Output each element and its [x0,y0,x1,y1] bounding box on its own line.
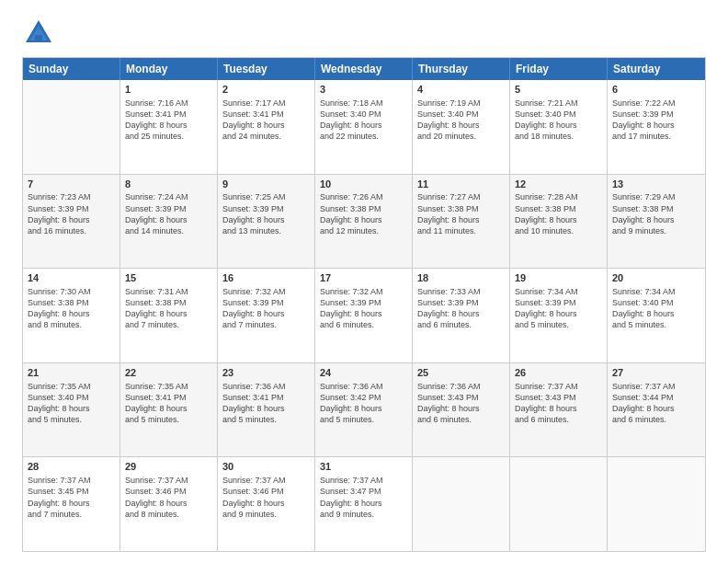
day-info: Sunrise: 7:34 AM Sunset: 3:40 PM Dayligh… [612,286,700,331]
day-number: 18 [417,271,505,285]
day-info: Sunrise: 7:37 AM Sunset: 3:44 PM Dayligh… [612,381,700,426]
day-info: Sunrise: 7:26 AM Sunset: 3:38 PM Dayligh… [320,191,407,236]
day-number: 16 [222,271,310,285]
cal-cell: 1Sunrise: 7:16 AM Sunset: 3:41 PM Daylig… [120,80,218,174]
day-number: 10 [320,178,407,191]
day-info: Sunrise: 7:29 AM Sunset: 3:38 PM Dayligh… [612,191,700,236]
day-number: 29 [125,460,212,474]
day-info: Sunrise: 7:27 AM Sunset: 3:38 PM Dayligh… [417,191,505,236]
day-number: 12 [515,178,602,191]
day-info: Sunrise: 7:24 AM Sunset: 3:39 PM Dayligh… [125,191,212,236]
day-info: Sunrise: 7:37 AM Sunset: 3:46 PM Dayligh… [125,475,212,520]
day-number: 24 [320,366,407,380]
cal-cell-empty [413,457,510,551]
cal-cell: 4Sunrise: 7:19 AM Sunset: 3:40 PM Daylig… [413,80,510,174]
day-info: Sunrise: 7:32 AM Sunset: 3:39 PM Dayligh… [320,286,407,331]
day-number: 23 [222,366,310,380]
cal-row: 28Sunrise: 7:37 AM Sunset: 3:45 PM Dayli… [23,457,705,551]
day-info: Sunrise: 7:23 AM Sunset: 3:39 PM Dayligh… [28,191,115,236]
day-info: Sunrise: 7:35 AM Sunset: 3:41 PM Dayligh… [125,381,212,426]
cal-cell: 30Sunrise: 7:37 AM Sunset: 3:46 PM Dayli… [218,457,315,551]
cal-cell: 27Sunrise: 7:37 AM Sunset: 3:44 PM Dayli… [608,363,705,457]
day-number: 31 [320,460,407,474]
cal-row: 1Sunrise: 7:16 AM Sunset: 3:41 PM Daylig… [23,80,705,175]
day-info: Sunrise: 7:37 AM Sunset: 3:46 PM Dayligh… [222,475,310,520]
day-number: 4 [417,83,505,97]
day-number: 19 [515,271,602,285]
header [22,17,706,50]
day-info: Sunrise: 7:31 AM Sunset: 3:38 PM Dayligh… [125,286,212,331]
cal-cell: 16Sunrise: 7:32 AM Sunset: 3:39 PM Dayli… [218,269,315,362]
cal-cell: 15Sunrise: 7:31 AM Sunset: 3:38 PM Dayli… [120,269,218,362]
day-number: 15 [125,271,212,285]
cal-cell: 12Sunrise: 7:28 AM Sunset: 3:38 PM Dayli… [510,175,608,269]
day-number: 30 [222,460,310,474]
cal-cell: 6Sunrise: 7:22 AM Sunset: 3:39 PM Daylig… [608,80,705,174]
cal-cell: 26Sunrise: 7:37 AM Sunset: 3:43 PM Dayli… [510,363,608,457]
day-number: 21 [28,366,115,380]
calendar: SundayMondayTuesdayWednesdayThursdayFrid… [22,57,706,552]
calendar-body: 1Sunrise: 7:16 AM Sunset: 3:41 PM Daylig… [23,80,705,551]
cal-cell: 5Sunrise: 7:21 AM Sunset: 3:40 PM Daylig… [510,80,608,174]
cal-cell: 24Sunrise: 7:36 AM Sunset: 3:42 PM Dayli… [315,363,413,457]
day-info: Sunrise: 7:36 AM Sunset: 3:42 PM Dayligh… [320,381,407,426]
cal-cell: 21Sunrise: 7:35 AM Sunset: 3:40 PM Dayli… [23,363,120,457]
day-number: 2 [222,83,310,97]
day-info: Sunrise: 7:18 AM Sunset: 3:40 PM Dayligh… [320,98,407,143]
cal-cell: 19Sunrise: 7:34 AM Sunset: 3:39 PM Dayli… [510,269,608,362]
day-info: Sunrise: 7:34 AM Sunset: 3:39 PM Dayligh… [515,286,602,331]
cal-cell: 23Sunrise: 7:36 AM Sunset: 3:41 PM Dayli… [218,363,315,457]
cal-cell: 13Sunrise: 7:29 AM Sunset: 3:38 PM Dayli… [608,175,705,269]
cal-cell: 17Sunrise: 7:32 AM Sunset: 3:39 PM Dayli… [315,269,413,362]
day-info: Sunrise: 7:37 AM Sunset: 3:43 PM Dayligh… [515,381,602,426]
day-number: 1 [125,83,212,97]
day-info: Sunrise: 7:32 AM Sunset: 3:39 PM Dayligh… [222,286,310,331]
svg-rect-2 [35,35,42,42]
day-info: Sunrise: 7:21 AM Sunset: 3:40 PM Dayligh… [515,98,602,143]
day-info: Sunrise: 7:16 AM Sunset: 3:41 PM Dayligh… [125,98,212,143]
cal-row: 21Sunrise: 7:35 AM Sunset: 3:40 PM Dayli… [23,363,705,458]
cal-cell: 10Sunrise: 7:26 AM Sunset: 3:38 PM Dayli… [315,175,413,269]
logo-icon [22,17,55,50]
cal-header-day: Friday [510,58,608,80]
cal-cell: 22Sunrise: 7:35 AM Sunset: 3:41 PM Dayli… [120,363,218,457]
cal-cell: 20Sunrise: 7:34 AM Sunset: 3:40 PM Dayli… [608,269,705,362]
cal-header-day: Tuesday [218,58,315,80]
day-info: Sunrise: 7:35 AM Sunset: 3:40 PM Dayligh… [28,381,115,426]
day-number: 7 [28,178,115,191]
day-number: 5 [515,83,602,97]
page: SundayMondayTuesdayWednesdayThursdayFrid… [0,0,728,563]
calendar-header: SundayMondayTuesdayWednesdayThursdayFrid… [23,58,705,80]
day-number: 8 [125,178,212,191]
logo [22,17,59,50]
cal-cell: 3Sunrise: 7:18 AM Sunset: 3:40 PM Daylig… [315,80,413,174]
cal-row: 7Sunrise: 7:23 AM Sunset: 3:39 PM Daylig… [23,175,705,270]
day-number: 11 [417,178,505,191]
day-number: 28 [28,460,115,474]
day-number: 6 [612,83,700,97]
day-number: 17 [320,271,407,285]
cal-header-day: Sunday [23,58,120,80]
cal-cell-empty [510,457,608,551]
day-info: Sunrise: 7:25 AM Sunset: 3:39 PM Dayligh… [222,191,310,236]
cal-cell: 31Sunrise: 7:37 AM Sunset: 3:47 PM Dayli… [315,457,413,551]
day-number: 13 [612,178,700,191]
day-number: 22 [125,366,212,380]
cal-cell: 7Sunrise: 7:23 AM Sunset: 3:39 PM Daylig… [23,175,120,269]
day-number: 25 [417,366,505,380]
cal-cell: 9Sunrise: 7:25 AM Sunset: 3:39 PM Daylig… [218,175,315,269]
day-info: Sunrise: 7:37 AM Sunset: 3:47 PM Dayligh… [320,475,407,520]
day-info: Sunrise: 7:36 AM Sunset: 3:41 PM Dayligh… [222,381,310,426]
cal-cell: 8Sunrise: 7:24 AM Sunset: 3:39 PM Daylig… [120,175,218,269]
day-info: Sunrise: 7:17 AM Sunset: 3:41 PM Dayligh… [222,98,310,143]
day-number: 27 [612,366,700,380]
day-info: Sunrise: 7:30 AM Sunset: 3:38 PM Dayligh… [28,286,115,331]
day-number: 20 [612,271,700,285]
day-info: Sunrise: 7:37 AM Sunset: 3:45 PM Dayligh… [28,475,115,520]
cal-header-day: Saturday [608,58,705,80]
cal-cell: 11Sunrise: 7:27 AM Sunset: 3:38 PM Dayli… [413,175,510,269]
cal-cell-empty [23,80,120,174]
cal-row: 14Sunrise: 7:30 AM Sunset: 3:38 PM Dayli… [23,269,705,363]
day-info: Sunrise: 7:33 AM Sunset: 3:39 PM Dayligh… [417,286,505,331]
day-number: 3 [320,83,407,97]
